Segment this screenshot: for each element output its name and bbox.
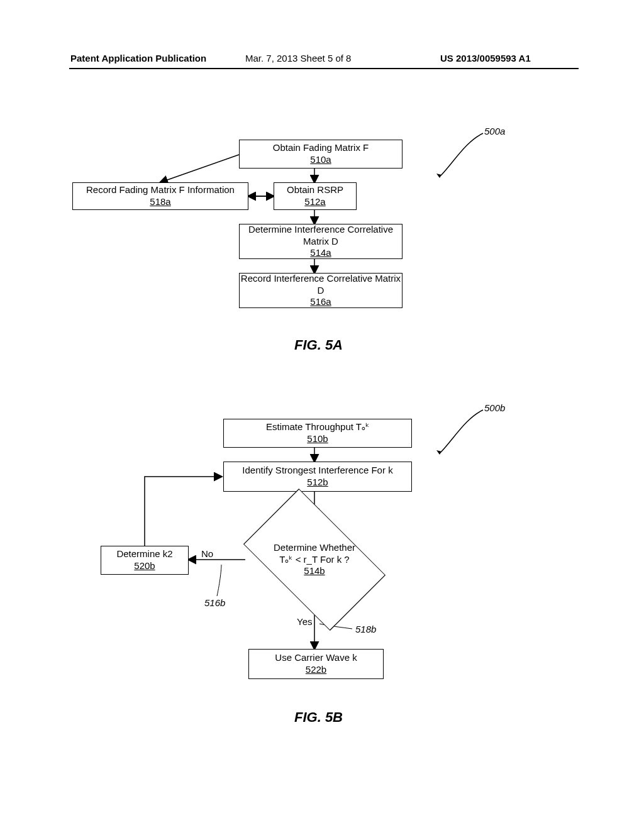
label-518b: 518b — [355, 624, 376, 634]
box-516a-text: Record Interference Correlative Matrix D — [240, 273, 402, 297]
box-520b-text: Determine k2 — [116, 548, 172, 560]
diamond-ref: 514b — [304, 565, 325, 577]
svg-line-5 — [160, 155, 239, 182]
box-510b-ref: 510b — [307, 433, 328, 445]
diamond-514b: Determine Whether Tₒᵏ < r_T For k ? 514b — [245, 516, 384, 604]
box-512b: Identify Strongest Interference For k 51… — [223, 462, 412, 492]
diamond-text: Determine Whether Tₒᵏ < r_T For k ? 514b — [245, 516, 384, 604]
box-520b-ref: 520b — [134, 560, 155, 572]
box-512b-text: Identify Strongest Interference For k — [242, 465, 392, 477]
box-512b-ref: 512b — [307, 477, 328, 489]
header-rule — [69, 68, 579, 69]
label-516b: 516b — [204, 597, 225, 608]
label-yes: Yes — [297, 616, 312, 627]
fig5b-caption: FIG. 5B — [294, 709, 343, 726]
box-510a-text: Obtain Fading Matrix F — [273, 142, 369, 154]
arrows-5a — [0, 0, 644, 830]
diamond-line2: Tₒᵏ < r_T For k ? — [279, 554, 349, 566]
box-516a-ref-inline: 516a — [310, 296, 331, 307]
pointer-500b: 500b — [484, 402, 505, 413]
box-514a: Determine Interference Correlative Matri… — [239, 224, 402, 259]
box-512a: Obtain RSRP 512a — [274, 182, 357, 210]
box-516a: Record Interference Correlative Matrix D… — [239, 273, 402, 308]
box-520b: Determine k2 520b — [101, 546, 189, 575]
box-518a-ref: 518a — [150, 196, 170, 208]
page: Patent Application Publication Mar. 7, 2… — [0, 0, 644, 830]
pointer-500a: 500a — [484, 126, 505, 136]
box-514a-ref-inline: 514a — [310, 247, 331, 258]
box-510b: Estimate Throughput Tₒᵏ 510b — [223, 419, 412, 448]
box-510a: Obtain Fading Matrix F 510a — [239, 140, 402, 169]
box-522b-text: Use Carrier Wave k — [275, 652, 357, 664]
box-522b-ref: 522b — [306, 664, 326, 676]
header-right: US 2013/0059593 A1 — [440, 53, 531, 64]
box-512a-text: Obtain RSRP — [287, 184, 343, 196]
box-510b-text: Estimate Throughput Tₒᵏ — [266, 421, 369, 433]
box-510a-ref: 510a — [310, 154, 331, 166]
fig5a-caption: FIG. 5A — [294, 337, 343, 353]
box-518a-text: Record Fading Matrix F Information — [86, 184, 235, 196]
arrows-5b — [0, 0, 644, 830]
header-mid: Mar. 7, 2013 Sheet 5 of 8 — [245, 53, 351, 64]
label-no: No — [201, 548, 213, 559]
diamond-line1: Determine Whether — [274, 542, 355, 554]
box-512a-ref: 512a — [304, 196, 325, 208]
box-522b: Use Carrier Wave k 522b — [248, 649, 384, 679]
box-514a-text: Determine Interference Correlative Matri… — [240, 224, 402, 248]
header-left: Patent Application Publication — [70, 53, 206, 64]
box-518a: Record Fading Matrix F Information 518a — [72, 182, 248, 210]
